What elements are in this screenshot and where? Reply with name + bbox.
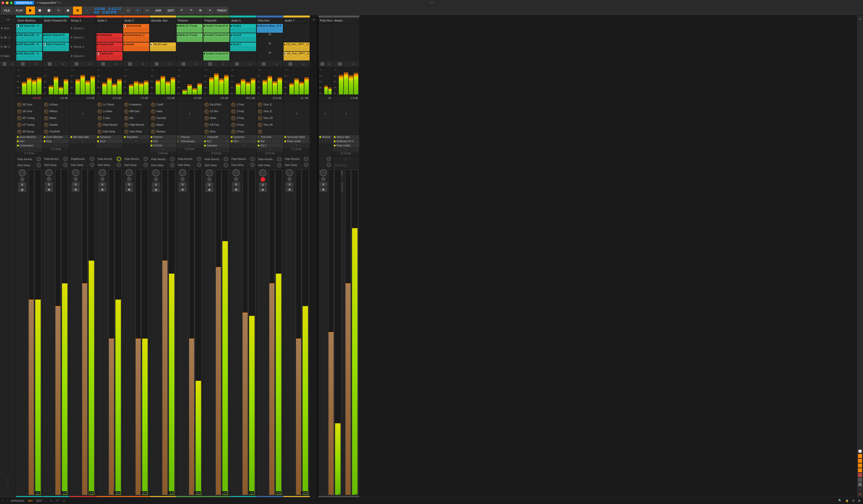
track-stop-button[interactable] xyxy=(208,62,212,66)
scene-row[interactable]: Alt. 1 xyxy=(0,33,16,42)
play-button[interactable] xyxy=(26,7,35,14)
track-menu-icon[interactable]: ≡ xyxy=(328,62,330,65)
fx-slot[interactable]: ☾Poly Grid xyxy=(257,135,283,139)
ab-button[interactable]: AB xyxy=(858,482,862,487)
solo-button[interactable]: S xyxy=(152,182,160,187)
device-knob[interactable] xyxy=(258,110,262,113)
send-knob[interactable] xyxy=(37,157,41,161)
clip-slot[interactable]: Soulful Chords 01 B xyxy=(203,33,229,42)
volume-fader[interactable] xyxy=(242,169,248,495)
solo-button[interactable]: S xyxy=(286,182,293,187)
clip-slot[interactable]: Berlin Firework B... xyxy=(43,33,69,42)
send-row[interactable]: Dark Delay xyxy=(283,162,310,168)
device-knob[interactable] xyxy=(98,130,102,134)
clip-slot[interactable]: 808 (Bass-08) - H... xyxy=(16,33,42,42)
record-arm-button[interactable] xyxy=(73,177,78,181)
clip-slot[interactable]: Berlin Firework B... xyxy=(43,42,69,51)
volume-fader[interactable] xyxy=(28,169,34,495)
track-menu-icon[interactable]: ≡ xyxy=(36,62,37,65)
device-knob[interactable] xyxy=(98,123,102,127)
device-knob[interactable] xyxy=(205,130,209,134)
solo-button[interactable]: S xyxy=(45,182,53,187)
fx-slot[interactable]: ☾Treemonster xyxy=(176,139,203,143)
add-fx-button[interactable]: + xyxy=(230,143,257,148)
fx-slot[interactable]: Reverb xyxy=(318,135,333,139)
fx-slot[interactable]: Mid-Side Split xyxy=(70,135,96,139)
scene-row[interactable]: Intro xyxy=(0,24,16,33)
track-stop-button[interactable] xyxy=(321,62,324,66)
fx-slot[interactable]: Stereo Split xyxy=(333,135,359,139)
device-knob[interactable] xyxy=(98,110,102,113)
device-knob[interactable] xyxy=(258,116,262,120)
pan-knob[interactable] xyxy=(179,169,186,176)
clip-slot[interactable] xyxy=(257,42,283,51)
clip-slot[interactable]: 808 (Bass-08) - H... xyxy=(16,51,42,61)
send-knob[interactable] xyxy=(170,157,175,161)
device-knob[interactable] xyxy=(17,116,22,120)
solo-button[interactable]: S xyxy=(259,182,267,187)
device-knob[interactable] xyxy=(17,110,22,113)
pan-knob[interactable] xyxy=(286,169,293,176)
file-button[interactable]: FILE xyxy=(1,7,13,14)
add-device-button[interactable]: + xyxy=(333,101,359,126)
browser-tab-1[interactable] xyxy=(858,454,862,458)
mute-button[interactable]: M xyxy=(72,187,80,192)
pan-knob[interactable] xyxy=(46,169,52,176)
scene-launch[interactable]: Scene 2 xyxy=(70,33,96,42)
track-name[interactable]: Drum Machine xyxy=(16,17,42,24)
track-name[interactable]: Audio 5 xyxy=(230,17,257,24)
midi-icon[interactable]: ◉ xyxy=(858,499,861,502)
arrange-view-button[interactable]: ARRANGE xyxy=(11,499,24,502)
send-knob[interactable] xyxy=(37,163,41,167)
fx-slot[interactable]: Multiband FX-3 xyxy=(333,139,359,143)
clip-slot[interactable]: dwindle xyxy=(123,42,149,51)
record-arm-button[interactable] xyxy=(234,177,238,181)
device-knob[interactable] xyxy=(124,123,128,127)
mute-button[interactable]: M xyxy=(259,188,267,192)
send-knob[interactable] xyxy=(277,163,282,167)
clip-slot[interactable]: TrashLoop2b xyxy=(96,42,123,51)
send-row[interactable]: Plate Reverb xyxy=(283,156,310,162)
scroll-up-icon[interactable]: ▲ xyxy=(858,16,862,21)
fx-slot[interactable]: Drum Machine xyxy=(43,135,69,139)
groove-button[interactable]: ⬚ xyxy=(124,7,133,14)
volume-fader[interactable] xyxy=(82,169,87,495)
automation-write-button[interactable]: ∿ xyxy=(54,7,63,14)
mute-button[interactable]: M xyxy=(205,188,213,192)
volume-fader[interactable] xyxy=(109,169,114,495)
record-arm-button[interactable] xyxy=(127,177,132,181)
track-name[interactable]: Acoustic Jam xyxy=(150,17,176,24)
solo-button[interactable]: S xyxy=(205,182,213,187)
stop-button[interactable] xyxy=(35,7,44,14)
track-menu-icon[interactable]: ≡ xyxy=(116,62,117,65)
clip-slot[interactable]: Soulful Chords 01 A xyxy=(203,24,229,33)
track-name[interactable]: Polymer xyxy=(176,17,203,24)
track-menu-icon[interactable]: ≡ xyxy=(169,62,171,65)
send-row[interactable]: Plate Reverb xyxy=(176,156,203,162)
add-fx-button[interactable]: + xyxy=(150,148,176,152)
add-fx-button[interactable]: + xyxy=(333,148,359,152)
clip-slot[interactable] xyxy=(96,24,123,33)
mute-button[interactable]: M xyxy=(232,187,240,192)
device-knob[interactable] xyxy=(124,110,128,113)
scene-row[interactable]: Alt. 2 xyxy=(0,42,16,51)
send-row[interactable]: Plate Reverb xyxy=(123,156,149,162)
track-name[interactable]: Group 3 xyxy=(70,17,96,24)
mute-button[interactable]: M xyxy=(45,187,53,192)
device-knob[interactable] xyxy=(258,103,262,107)
clip-slot[interactable]: deceleratefall xyxy=(123,24,149,33)
fx-slot[interactable]: Drum Machine xyxy=(16,135,42,139)
send-row[interactable]: Dark Delay xyxy=(43,162,69,168)
send-knob[interactable] xyxy=(224,163,228,167)
solo-button[interactable]: S xyxy=(72,182,80,187)
track-stop-button[interactable] xyxy=(235,62,239,66)
track-stop-button[interactable] xyxy=(289,62,292,66)
track-name[interactable]: Audio 1 xyxy=(96,17,123,24)
send-row[interactable]: Plate Reverb xyxy=(16,156,42,162)
send-knob[interactable] xyxy=(90,163,95,167)
send-knob[interactable] xyxy=(170,163,175,167)
clip-slot[interactable]: Vocal A xyxy=(230,24,257,33)
lock-icon[interactable]: 🔒 xyxy=(845,499,849,502)
stop-all-button[interactable] xyxy=(3,62,6,66)
add-fx-button[interactable]: + xyxy=(318,139,333,143)
